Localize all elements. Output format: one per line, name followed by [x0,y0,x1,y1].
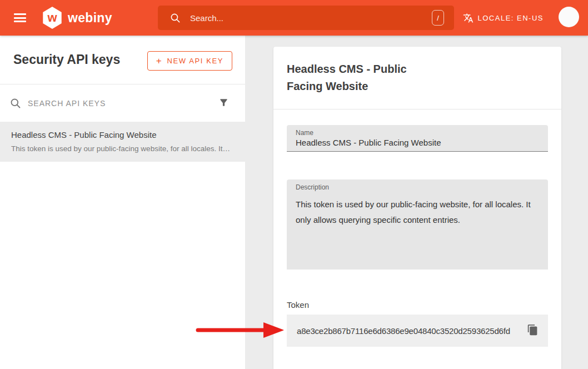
description-input[interactable]: This token is used by our public-facing … [296,197,539,258]
filter-button[interactable] [207,96,230,111]
new-api-key-button-label: NEW API KEY [167,57,223,65]
avatar[interactable] [559,7,579,27]
page-title: Security API keys [13,52,120,67]
webiny-logo-text: webiny [68,11,112,26]
locale-label: LOCALE: EN-US [478,14,544,22]
plus-icon: + [156,56,162,67]
top-bar: w webiny / LOCALE: EN-US [0,0,588,36]
copy-icon [527,324,539,336]
token-box: a8e3ce2b867b7116e6d6386e9e04840c3520d259… [287,315,548,347]
search-api-keys-input[interactable] [28,99,207,108]
token-label: Token [287,300,309,310]
search-icon [170,13,181,23]
token-value: a8e3ce2b867b7116e6d6386e9e04840c3520d259… [297,326,525,336]
copy-token-button[interactable] [525,322,540,339]
slash-shortcut-badge: / [432,10,444,26]
list-panel-header: Security API keys + NEW API KEY [0,36,245,84]
global-search-input[interactable] [190,13,432,23]
search-icon [10,98,21,109]
detail-title: Headless CMS - Public Facing Website [287,61,431,95]
menu-icon[interactable] [14,13,26,22]
name-field: Name [287,125,548,152]
name-field-label: Name [296,129,548,137]
divider [273,109,561,109]
api-key-item-title: Headless CMS - Public Facing Website [11,130,234,139]
api-key-list-item[interactable]: Headless CMS - Public Facing Website Thi… [0,122,245,162]
api-keys-search-row [0,84,245,122]
translate-icon [463,13,474,23]
description-field-label: Description [296,183,548,191]
webiny-logo-hexagon: w [42,7,63,29]
webiny-logo[interactable]: w webiny [42,7,112,29]
api-key-item-description: This token is used by our public-facing … [11,144,234,153]
new-api-key-button[interactable]: + NEW API KEY [147,51,232,71]
filter-icon [218,97,229,108]
locale-selector[interactable]: LOCALE: EN-US [463,0,544,36]
app-screen: w webiny / LOCALE: EN-US Security API ke… [0,0,588,369]
webiny-logo-monogram: w [47,12,57,24]
global-search-bar: / [158,6,454,30]
name-input[interactable] [296,138,540,147]
description-field: Description This token is used by our pu… [287,179,548,270]
api-key-detail-card: Headless CMS - Public Facing Website Nam… [273,47,561,369]
api-keys-list-panel: Security API keys + NEW API KEY Headless… [0,36,245,369]
